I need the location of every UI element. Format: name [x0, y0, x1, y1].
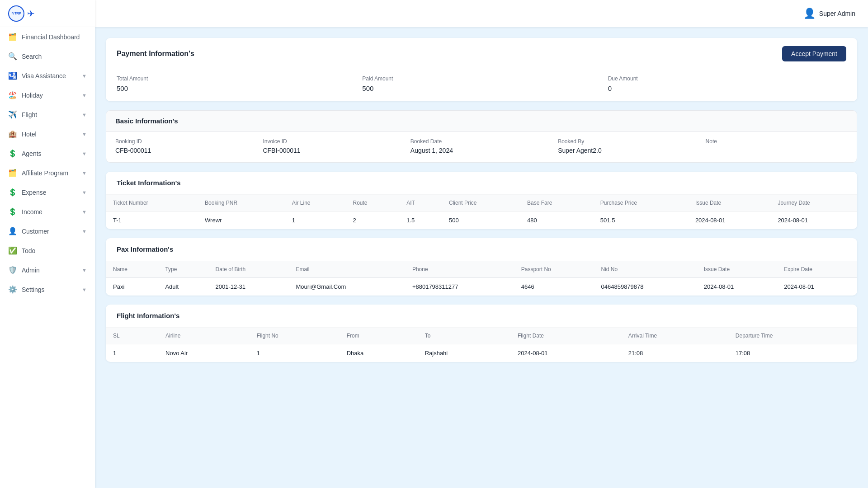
flight-cell: 1 [250, 344, 340, 362]
basic-info-card: Basic Information's Booking ID CFB-00001… [106, 110, 857, 163]
total-amount-cell: Total Amount 500 [117, 75, 355, 92]
booking-id-value: CFB-000011 [115, 147, 257, 154]
sidebar-label-holiday: Holiday [22, 92, 43, 99]
sidebar-label-settings: Settings [22, 286, 45, 293]
ticket-row: T-1Wrewr121.5500480501.52024-08-012024-0… [106, 211, 857, 230]
flight-col-departure-time: Departure Time [728, 328, 857, 344]
income-icon: 💲 [8, 207, 17, 216]
flight-table-head: SLAirlineFlight NoFromToFlight DateArriv… [106, 328, 857, 344]
paid-amount-value: 500 [362, 84, 600, 92]
admin-icon: 🛡️ [8, 266, 17, 274]
pax-info-title: Pax Information's [117, 245, 173, 253]
ticket-col-ticket-number: Ticket Number [106, 195, 198, 211]
pax-table-header-row: NameTypeDate of BirthEmailPhonePassport … [106, 261, 857, 278]
flight-cell: 17:08 [728, 344, 857, 362]
booked-date-cell: Booked Date August 1, 2024 [410, 138, 552, 154]
payment-info-header: Payment Information's Accept Payment [106, 38, 857, 68]
affiliate-program-icon: 🗂️ [8, 169, 17, 177]
booked-by-label: Booked By [558, 138, 700, 145]
sidebar-item-financial-dashboard[interactable]: 🗂️ Financial Dashboard [0, 27, 95, 47]
chevron-icon-expense: ▼ [82, 190, 87, 195]
settings-icon: ⚙️ [8, 285, 17, 294]
paid-amount-cell: Paid Amount 500 [362, 75, 600, 92]
accept-payment-button[interactable]: Accept Payment [782, 46, 846, 61]
ticket-col-journey-date: Journey Date [770, 195, 857, 211]
ticket-table: Ticket NumberBooking PNRAir LineRouteAIT… [106, 195, 857, 229]
due-amount-value: 0 [608, 84, 846, 92]
sidebar-item-holiday[interactable]: 🏖️ Holiday ▼ [0, 85, 95, 105]
flight-cell: Novo Air [158, 344, 250, 362]
sidebar-item-visa-assistance[interactable]: 🛂 Visa Assistance ▼ [0, 66, 95, 85]
pax-cell: Mouri@Gmail.Com [289, 278, 405, 296]
sidebar-label-income: Income [22, 208, 42, 216]
total-amount-value: 500 [117, 84, 355, 92]
pax-cell: 4646 [514, 278, 594, 296]
chevron-icon-customer: ▼ [82, 229, 87, 234]
sidebar-item-expense[interactable]: 💲 Expense ▼ [0, 183, 95, 202]
flight-cell: Dhaka [340, 344, 418, 362]
ticket-col-base-fare: Base Fare [520, 195, 593, 211]
sidebar-item-search[interactable]: 🔍 Search [0, 47, 95, 66]
main-content: Payment Information's Accept Payment Tot… [95, 27, 868, 488]
ticket-table-body: T-1Wrewr121.5500480501.52024-08-012024-0… [106, 211, 857, 230]
pax-col-passport-no: Passport No [514, 261, 594, 278]
holiday-icon: 🏖️ [8, 91, 17, 99]
flight-table-body: 1Novo Air1DhakaRajshahi2024-08-0121:0817… [106, 344, 857, 362]
pax-cell: Adult [158, 278, 208, 296]
chevron-icon-affiliate-program: ▼ [82, 170, 87, 176]
logo-icon: IV TRIP [8, 5, 24, 22]
sidebar-item-settings[interactable]: ⚙️ Settings ▼ [0, 280, 95, 299]
sidebar: IV TRIP ✈ 🗂️ Financial Dashboard 🔍 Searc… [0, 0, 95, 488]
chevron-icon-visa-assistance: ▼ [82, 73, 87, 79]
ticket-cell: 480 [520, 211, 593, 230]
sidebar-label-todo: Todo [22, 247, 35, 254]
chevron-icon-income: ▼ [82, 209, 87, 215]
sidebar-label-agents: Agents [22, 150, 42, 157]
pax-col-email: Email [289, 261, 405, 278]
booking-id-label: Booking ID [115, 138, 257, 145]
pax-cell: 2001-12-31 [208, 278, 289, 296]
flight-col-flight-no: Flight No [250, 328, 340, 344]
sidebar-item-income[interactable]: 💲 Income ▼ [0, 202, 95, 221]
sidebar-label-admin: Admin [22, 267, 40, 274]
sidebar-label-expense: Expense [22, 189, 46, 196]
sidebar-label-customer: Customer [22, 228, 49, 235]
chevron-icon-admin: ▼ [82, 267, 87, 273]
flight-info-header: Flight Information's [106, 305, 857, 328]
sidebar-item-agents[interactable]: 💲 Agents ▼ [0, 144, 95, 163]
flight-cell: 2024-08-01 [510, 344, 621, 362]
pax-cell: 2024-08-01 [697, 278, 777, 296]
search-icon: 🔍 [8, 52, 17, 61]
pax-col-phone: Phone [405, 261, 514, 278]
pax-col-type: Type [158, 261, 208, 278]
ticket-cell: 1 [285, 211, 346, 230]
booking-id-cell: Booking ID CFB-000011 [115, 138, 257, 154]
invoice-id-cell: Invoice ID CFBI-000011 [263, 138, 405, 154]
ticket-col-route: Route [345, 195, 399, 211]
pax-cell: 2024-08-01 [777, 278, 857, 296]
invoice-id-value: CFBI-000011 [263, 147, 405, 154]
flight-col-airline: Airline [158, 328, 250, 344]
user-name: Super Admin [819, 10, 855, 17]
flight-info-title: Flight Information's [117, 312, 179, 319]
sidebar-item-hotel[interactable]: 🏨 Hotel ▼ [0, 124, 95, 144]
pax-col-expire-date: Expire Date [777, 261, 857, 278]
sidebar-label-financial-dashboard: Financial Dashboard [22, 33, 80, 41]
pax-col-issue-date: Issue Date [697, 261, 777, 278]
sidebar-item-flight[interactable]: ✈️ Flight ▼ [0, 105, 95, 124]
sidebar-item-customer[interactable]: 👤 Customer ▼ [0, 221, 95, 241]
ticket-col-purchase-price: Purchase Price [593, 195, 688, 211]
expense-icon: 💲 [8, 188, 17, 197]
sidebar-item-admin[interactable]: 🛡️ Admin ▼ [0, 260, 95, 280]
booked-by-value: Super Agent2.0 [558, 147, 700, 154]
sidebar-item-todo[interactable]: ✅ Todo [0, 241, 95, 260]
sidebar-item-affiliate-program[interactable]: 🗂️ Affiliate Program ▼ [0, 163, 95, 183]
pax-table: NameTypeDate of BirthEmailPhonePassport … [106, 261, 857, 296]
customer-icon: 👤 [8, 227, 17, 235]
pax-cell: Paxi [106, 278, 158, 296]
booked-date-value: August 1, 2024 [410, 147, 552, 154]
pax-col-name: Name [106, 261, 158, 278]
ticket-col-ait: AIT [399, 195, 442, 211]
chevron-icon-settings: ▼ [82, 287, 87, 292]
ticket-col-booking-pnr: Booking PNR [198, 195, 285, 211]
